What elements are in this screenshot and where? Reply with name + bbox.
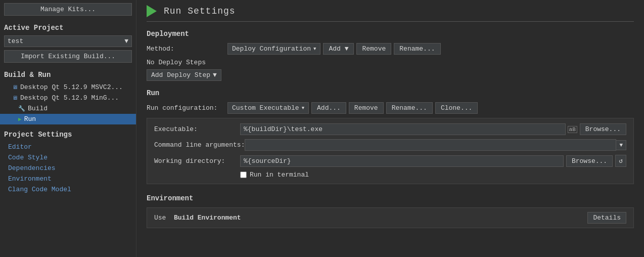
environment-section: Environment Use Build Environment Detail… (147, 194, 634, 228)
run-in-terminal-checkbox[interactable] (240, 172, 247, 178)
deployment-add-button[interactable]: Add ▼ (323, 43, 354, 55)
deploy-config-dropdown[interactable]: Deploy Configuration ▼ (227, 43, 320, 55)
run-section: Run Run configuration: Custom Executable… (147, 89, 634, 184)
run-section-title: Run (147, 89, 634, 97)
active-project-dropdown[interactable]: test ▼ (4, 35, 132, 47)
settings-link-editor[interactable]: Editor (0, 142, 136, 152)
monitor-icon: 🖥 (12, 95, 18, 101)
sidebar-item-desktop-qt-ming[interactable]: 🖥 Desktop Qt 5.12.9 MinG... (0, 93, 136, 103)
run-icon: ▶ (18, 116, 22, 122)
deploy-config-value: Deploy Configuration (232, 45, 311, 53)
sidebar-item-label: Run (24, 115, 36, 123)
executable-row: Executable: aB Browse... (154, 123, 626, 135)
settings-link-clang-code-model[interactable]: Clang Code Model (0, 184, 136, 195)
deployment-section: Deployment Method: Deploy Configuration … (147, 30, 634, 89)
workdir-browse-button[interactable]: Browse... (566, 155, 613, 167)
sidebar-item-run[interactable]: ▶ Run (0, 114, 136, 124)
monitor-icon: 🖥 (12, 84, 18, 91)
deployment-rename-button[interactable]: Rename... (394, 43, 440, 55)
dropdown-arrow-icon: ▼ (124, 37, 128, 45)
run-in-terminal-label[interactable]: Run in terminal (250, 171, 309, 179)
build-run-title: Build & Run (0, 65, 136, 82)
run-clone-button[interactable]: Clone... (435, 102, 478, 114)
wrench-icon: 🔧 (18, 105, 25, 112)
run-config-dropdown[interactable]: Custom Executable ▼ (227, 102, 309, 114)
run-config-value: Custom Executable (232, 104, 299, 112)
cmdargs-arrow-icon[interactable]: ▼ (616, 140, 626, 150)
dropdown-arrow-icon: ▼ (302, 106, 304, 111)
run-config-panel: Executable: aB Browse... Command line ar… (147, 118, 634, 184)
workdir-row: Working directory: Browse... ↺ (154, 155, 626, 167)
ab-icon: aB (568, 126, 577, 133)
run-config-label: Run configuration: (147, 104, 227, 112)
deployment-section-title: Deployment (147, 30, 634, 38)
run-config-row: Run configuration: Custom Executable ▼ A… (147, 102, 634, 114)
run-in-terminal-row: Run in terminal (154, 171, 626, 179)
sidebar-item-label: Desktop Qt 5.12.9 MSVC2... (20, 83, 123, 91)
sidebar-item-label: Desktop Qt 5.12.9 MinG... (20, 94, 119, 102)
add-step-arrow-icon: ▼ (213, 71, 217, 79)
workdir-refresh-button[interactable]: ↺ (615, 155, 626, 167)
method-label: Method: (147, 45, 227, 53)
run-rename-button[interactable]: Rename... (386, 102, 433, 114)
executable-browse-button[interactable]: Browse... (580, 123, 626, 135)
main-content: Run Settings Deployment Method: Deploy C… (136, 0, 644, 257)
deployment-remove-button[interactable]: Remove (356, 43, 391, 55)
manage-kits-button[interactable]: Manage Kits... (4, 3, 132, 16)
import-existing-build-button[interactable]: Import Existing Build... (4, 50, 132, 63)
sidebar-item-build[interactable]: 🔧 Build (0, 103, 136, 114)
project-settings-title: Project Settings (0, 124, 136, 142)
run-add-button[interactable]: Add... (311, 102, 346, 114)
page-title: Run Settings (164, 6, 236, 16)
active-project-select[interactable]: test (8, 37, 124, 45)
env-use-build-text: Use Build Environment (154, 214, 241, 222)
add-arrow-icon: ▼ (345, 45, 349, 53)
executable-input[interactable] (240, 123, 566, 135)
sidebar-item-label: Build (28, 105, 48, 112)
settings-link-dependencies[interactable]: Dependencies (0, 163, 136, 174)
executable-label: Executable: (154, 125, 240, 133)
active-project-title: Active Project (0, 19, 136, 34)
no-deploy-steps-text: No Deploy Steps (147, 59, 634, 66)
add-deploy-step-button[interactable]: Add Deploy Step ▼ (147, 69, 221, 81)
sidebar: Manage Kits... Active Project test ▼ Imp… (0, 0, 136, 257)
environment-panel: Use Build Environment Details (147, 207, 634, 228)
settings-link-environment[interactable]: Environment (0, 174, 136, 184)
run-triangle-icon (147, 5, 157, 17)
workdir-label: Working directory: (154, 157, 240, 165)
settings-link-code-style[interactable]: Code Style (0, 152, 136, 163)
method-row: Method: Deploy Configuration ▼ Add ▼ Rem… (147, 43, 634, 55)
page-header: Run Settings (147, 5, 634, 22)
sidebar-item-desktop-qt-msvc[interactable]: 🖥 Desktop Qt 5.12.9 MSVC2... (0, 82, 136, 93)
add-deploy-step-label: Add Deploy Step (151, 71, 210, 79)
environment-section-title: Environment (147, 194, 634, 202)
cmdargs-row: Command line arguments: ▼ (154, 139, 626, 151)
workdir-input[interactable] (240, 155, 564, 167)
env-details-button[interactable]: Details (587, 212, 626, 224)
cmdargs-label: Command line arguments: (154, 141, 245, 149)
dropdown-arrow-icon: ▼ (313, 47, 316, 52)
cmdargs-input[interactable] (245, 139, 616, 151)
run-remove-button[interactable]: Remove (349, 102, 384, 114)
